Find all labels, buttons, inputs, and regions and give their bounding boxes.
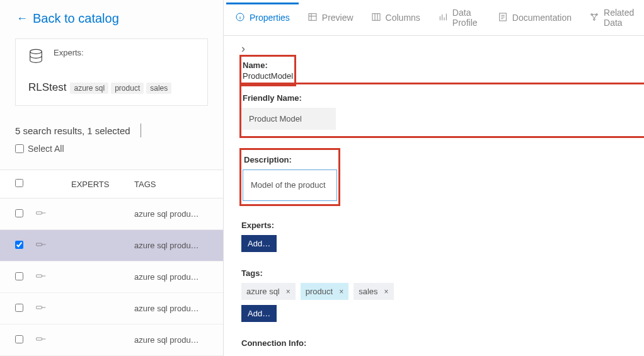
table-row[interactable]: azure sql produ… [0, 324, 223, 356]
row-checkbox[interactable] [15, 209, 23, 217]
svg-rect-5 [37, 275, 42, 277]
svg-rect-3 [37, 243, 42, 246]
experts-label: Experts: [241, 221, 631, 230]
table-row[interactable]: azure sql produ… [0, 230, 223, 261]
left-panel: ← Back to catalog Experts: RLStest azure… [0, 0, 224, 356]
svg-line-33 [594, 14, 596, 18]
results-count: 5 search results, 1 selected [15, 125, 130, 136]
tab-label: Preview [322, 13, 354, 23]
remove-tag-icon[interactable]: × [384, 287, 389, 296]
remove-tag-icon[interactable]: × [286, 287, 290, 296]
documentation-icon [498, 12, 508, 24]
table-row[interactable]: azure sql produ… [0, 293, 223, 324]
tags-label: Tags: [241, 268, 631, 278]
properties-body: › Name: ProductModel Friendly Name: Prod… [224, 36, 644, 356]
col-experts-header: EXPERTS [65, 170, 128, 198]
svg-point-30 [594, 18, 595, 20]
select-all-label: Select All [28, 144, 64, 154]
tab-columns[interactable]: Columns [362, 4, 429, 32]
card-tag: product [111, 83, 144, 94]
friendly-name-label: Friendly Name: [243, 93, 322, 103]
tab-bar: PropertiesPreviewColumnsData ProfileDocu… [224, 0, 644, 36]
name-value: ProductModel [243, 71, 293, 81]
tab-properties[interactable]: Properties [226, 3, 299, 32]
tag-text: product [306, 287, 333, 296]
row-checkbox[interactable] [15, 272, 23, 280]
pin-icon[interactable] [36, 273, 46, 282]
card-tag: sales [146, 83, 171, 94]
tab-data-profile[interactable]: Data Profile [429, 0, 489, 35]
add-tags-button[interactable]: Add… [241, 305, 277, 322]
card-tag-row: azure sql product sales [70, 83, 171, 94]
tab-label: Columns [386, 13, 420, 23]
tag-text: azure sql [246, 287, 280, 296]
tab-label: Properties [250, 13, 290, 23]
database-icon [27, 48, 45, 67]
row-checkbox[interactable] [15, 335, 23, 343]
name-block: Name: ProductModel [241, 57, 294, 84]
pin-icon[interactable] [36, 336, 46, 345]
back-label: Back to catalog [33, 11, 119, 26]
svg-rect-9 [37, 338, 42, 340]
row-tags: azure sql produ… [128, 198, 223, 230]
data-profile-icon [438, 12, 448, 24]
row-tags: azure sql produ… [128, 324, 223, 356]
pin-icon[interactable] [36, 210, 46, 219]
svg-line-32 [592, 14, 594, 18]
tab-related-data[interactable]: Related Data [580, 0, 644, 35]
results-bar: 5 search results, 1 selected [15, 123, 208, 137]
tab-label: Data Profile [452, 8, 480, 28]
header-checkbox[interactable] [15, 179, 23, 187]
row-checkbox[interactable] [15, 304, 23, 312]
tab-label: Related Data [604, 8, 635, 28]
row-checkbox[interactable] [15, 241, 23, 249]
back-to-catalog-link[interactable]: ← Back to catalog [0, 0, 223, 32]
row-tags: azure sql produ… [128, 230, 223, 261]
properties-icon [235, 12, 245, 24]
col-tags-header: TAGS [128, 170, 223, 198]
table-row[interactable]: azure sql produ… [0, 261, 223, 293]
arrow-left-icon: ← [16, 12, 28, 25]
add-experts-button[interactable]: Add… [241, 235, 277, 252]
description-label: Description: [244, 155, 292, 164]
tag-text: sales [359, 287, 377, 296]
pin-icon[interactable] [36, 241, 46, 251]
svg-rect-1 [37, 212, 42, 214]
results-table: EXPERTS TAGS azure sql produ…azure sql p… [0, 169, 223, 356]
card-tag: azure sql [70, 83, 108, 94]
connection-info-label: Connection Info: [241, 338, 631, 348]
columns-icon [371, 12, 381, 24]
select-all-input[interactable] [15, 144, 24, 153]
pin-icon[interactable] [36, 304, 46, 314]
remove-tag-icon[interactable]: × [339, 287, 343, 296]
preview-icon [308, 12, 318, 24]
right-panel: PropertiesPreviewColumnsData ProfileDocu… [224, 0, 644, 356]
svg-rect-14 [309, 13, 316, 20]
description-input[interactable] [243, 169, 337, 201]
tab-label: Documentation [512, 13, 572, 23]
asset-title: RLStest [28, 81, 66, 94]
name-label: Name: [243, 60, 293, 70]
svg-point-0 [30, 49, 42, 54]
chevron-right-icon[interactable]: › [241, 42, 631, 55]
row-tags: azure sql produ… [128, 293, 223, 324]
tag-pill[interactable]: product × [301, 283, 348, 300]
svg-rect-17 [372, 13, 380, 20]
asset-card: Experts: RLStest azure sql product sales [15, 38, 208, 106]
tags-list: azure sql × product × sales × [241, 283, 631, 300]
tag-pill[interactable]: azure sql × [241, 283, 296, 300]
row-tags: azure sql produ… [128, 261, 223, 293]
tab-documentation[interactable]: Documentation [489, 4, 580, 32]
table-row[interactable]: azure sql produ… [0, 198, 223, 230]
tab-preview[interactable]: Preview [299, 4, 362, 32]
card-experts-label: Experts: [54, 48, 84, 57]
tag-pill[interactable]: sales × [354, 283, 393, 300]
related-data-icon [589, 12, 599, 24]
divider [141, 123, 141, 137]
friendly-name-value[interactable]: Product Model [241, 108, 336, 130]
select-all-checkbox[interactable]: Select All [15, 144, 208, 154]
svg-rect-7 [37, 306, 42, 309]
